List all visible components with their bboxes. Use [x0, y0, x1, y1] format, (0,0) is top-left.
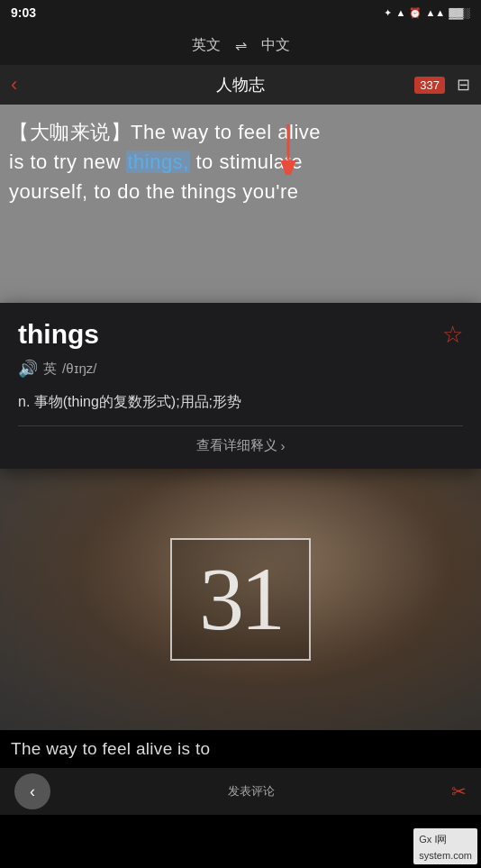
back-circle-icon: ‹: [30, 782, 35, 801]
bottom-nav-center-text[interactable]: 发表评论: [50, 783, 451, 799]
back-circle-button[interactable]: ‹: [14, 773, 50, 809]
reading-text: 【大咖来说】The way to feel alive is to try ne…: [9, 117, 321, 206]
signal-icon: ▲: [395, 7, 405, 18]
lang-chinese[interactable]: 中文: [261, 36, 290, 55]
battery-icon: ▓▓░: [449, 7, 470, 18]
status-time: 9:03: [11, 5, 36, 20]
reading-text-line3: yourself, to do the things you're: [9, 180, 299, 203]
page-wrapper: 9:03 ✦ ▲ ⏰ ▲▲ ▓▓░ 英文 ⇌ 中文 ‹ 人物志 337 ⊟: [0, 0, 481, 868]
number-box: 31: [170, 538, 311, 661]
dict-definition: n. 事物(thing的复数形式);用品;形势: [18, 391, 463, 413]
dict-lang: 英: [43, 361, 57, 378]
scissors-icon[interactable]: ✂: [451, 781, 467, 802]
status-icons: ✦ ▲ ⏰ ▲▲ ▓▓░: [384, 7, 470, 19]
bottom-strip-text: The way to feel alive is to: [11, 739, 210, 758]
large-number: 31: [199, 549, 282, 649]
bottom-strip: The way to feel alive is to: [0, 730, 481, 768]
watermark-text: Gx I网system.com: [419, 834, 472, 861]
highlighted-word[interactable]: things,: [126, 151, 189, 173]
page-title: 人物志: [216, 74, 265, 96]
reading-text-line1: 【大咖来说】The way to feel alive: [9, 121, 321, 143]
switch-arrow-icon[interactable]: ⇌: [235, 37, 247, 54]
bottom-nav: ‹ 发表评论 ✂: [0, 768, 481, 815]
dict-star-button[interactable]: ☆: [442, 321, 463, 349]
bookmark-icon[interactable]: ⊟: [457, 75, 470, 95]
dict-divider: [18, 425, 463, 426]
reading-text-line2: is to try new things, to stimulate: [9, 151, 303, 173]
title-bar: ‹ 人物志 337 ⊟: [0, 65, 481, 105]
dict-phonetic: /θɪŋz/: [62, 361, 97, 377]
wifi-icon: ▲▲: [425, 7, 445, 18]
dict-pronunciation: 🔊 英 /θɪŋz/: [18, 359, 463, 379]
dict-speaker-button[interactable]: 🔊: [18, 359, 38, 379]
lang-nav-bar: 英文 ⇌ 中文: [0, 25, 481, 65]
reading-area: 【大咖来说】The way to feel alive is to try ne…: [0, 105, 481, 303]
lang-english[interactable]: 英文: [192, 36, 221, 55]
dict-header: things ☆: [18, 319, 463, 350]
dict-word: things: [18, 319, 99, 350]
alarm-icon: ⏰: [409, 7, 422, 19]
back-button[interactable]: ‹: [11, 73, 17, 96]
dict-more-label: 查看详细释义: [196, 437, 277, 454]
bluetooth-icon: ✦: [384, 7, 392, 19]
dict-popup: things ☆ 🔊 英 /θɪŋz/ n. 事物(thing的复数形式);用品…: [0, 303, 481, 469]
dict-more-chevron-icon: ›: [281, 438, 286, 453]
watermark: Gx I网system.com: [413, 828, 477, 864]
lang-switch[interactable]: 英文 ⇌ 中文: [192, 36, 290, 55]
image-area: 31: [0, 469, 481, 730]
dict-more-button[interactable]: 查看详细释义 ›: [18, 437, 463, 454]
page-number-badge: 337: [414, 77, 445, 94]
status-bar: 9:03 ✦ ▲ ⏰ ▲▲ ▓▓░: [0, 0, 481, 25]
